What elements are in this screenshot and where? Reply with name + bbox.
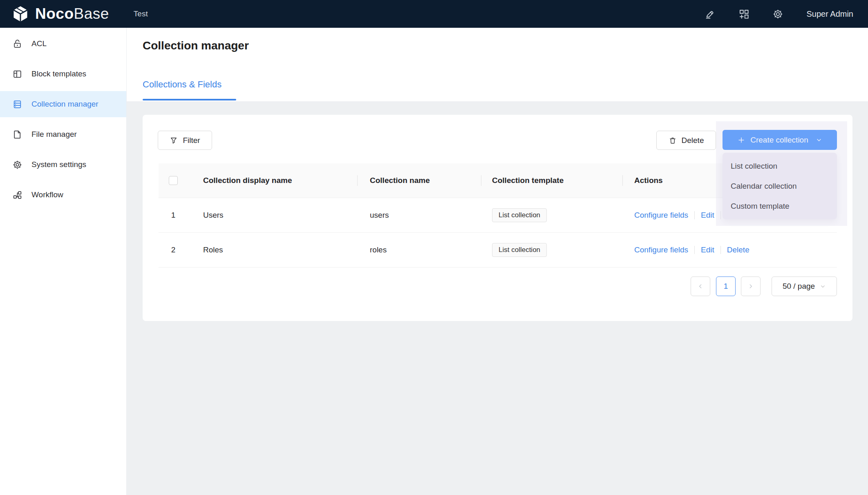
collection-table-icon	[12, 99, 22, 109]
table-row-roles: 2 Roles roles List collection Configure …	[159, 233, 837, 268]
sidebar-item-label: ACL	[31, 39, 47, 48]
configure-fields-link[interactable]: Configure fields	[634, 245, 688, 254]
cell-collection-name: roles	[358, 245, 481, 254]
chevron-left-icon	[697, 283, 704, 290]
sidebar-item-label: File manager	[31, 130, 77, 139]
ui-editor-pen-icon[interactable]	[705, 9, 716, 20]
sidebar-item-label: Block templates	[31, 69, 86, 78]
file-icon	[12, 129, 22, 140]
brand-logo[interactable]: NocoBase	[11, 5, 109, 23]
top-navbar: NocoBase Test Super Admin	[0, 0, 868, 28]
brand-text: NocoBase	[35, 5, 109, 22]
column-header-template: Collection template	[481, 176, 623, 185]
template-tag: List collection	[492, 243, 547, 257]
dropdown-item-custom-template[interactable]: Custom template	[723, 196, 837, 216]
sidebar-item-label: Collection manager	[31, 100, 98, 109]
edit-link[interactable]: Edit	[701, 245, 714, 254]
user-menu[interactable]: Super Admin	[806, 9, 853, 19]
filter-button[interactable]: Filter	[158, 131, 212, 150]
sidebar-item-block-templates[interactable]: Block templates	[0, 61, 126, 87]
filter-label: Filter	[183, 136, 200, 145]
sidebar-item-file-manager[interactable]: File manager	[0, 121, 126, 147]
page-size-select[interactable]: 50 / page	[772, 276, 837, 296]
nav-menu-item-test[interactable]: Test	[134, 9, 148, 18]
delete-link[interactable]: Delete	[727, 245, 749, 254]
row-index: 1	[159, 211, 188, 220]
sidebar-item-collection-manager[interactable]: Collection manager	[0, 91, 126, 117]
dropdown-item-calendar-collection[interactable]: Calendar collection	[723, 176, 837, 196]
cell-display-name: Users	[188, 211, 358, 220]
sidebar-item-system-settings[interactable]: System settings	[0, 152, 126, 178]
sidebar-item-label: System settings	[31, 160, 86, 169]
tab-collections-and-fields[interactable]: Collections & Fields	[143, 79, 221, 90]
column-separator	[622, 175, 623, 186]
settings-gear-icon[interactable]	[772, 9, 783, 20]
active-tab-underline	[143, 99, 236, 100]
chevron-down-icon	[820, 283, 826, 290]
create-collection-dropdown: List collection Calendar collection Cust…	[723, 153, 837, 219]
page-header: Collection manager Collections & Fields	[127, 28, 868, 101]
configure-fields-link[interactable]: Configure fields	[634, 211, 688, 220]
main-content: Collection manager Collections & Fields …	[127, 28, 868, 495]
page-size-value: 50 / page	[783, 282, 815, 291]
layout-icon	[12, 69, 22, 79]
gear-icon	[12, 160, 22, 170]
dropdown-item-list-collection[interactable]: List collection	[723, 156, 837, 176]
action-divider	[694, 211, 695, 219]
funnel-icon	[170, 136, 178, 145]
edit-link[interactable]: Edit	[701, 211, 714, 220]
template-tag: List collection	[492, 208, 547, 222]
select-all-checkbox[interactable]	[169, 176, 178, 185]
pagination-next-button[interactable]	[741, 276, 761, 296]
sidebar-item-acl[interactable]: ACL	[0, 31, 126, 57]
action-divider	[694, 246, 695, 254]
pagination-prev-button[interactable]	[691, 276, 710, 296]
trash-icon	[669, 136, 677, 145]
cell-collection-name: users	[358, 211, 481, 220]
column-header-display-name: Collection display name	[188, 176, 358, 185]
cell-display-name: Roles	[188, 245, 358, 254]
plugin-appstore-add-icon[interactable]	[738, 9, 749, 20]
row-index: 2	[159, 245, 188, 254]
page-title: Collection manager	[143, 39, 249, 52]
pagination-page-1[interactable]: 1	[716, 276, 736, 296]
workflow-icon	[12, 190, 22, 200]
sidebar-item-workflow[interactable]: Workflow	[0, 182, 126, 208]
nocobase-cube-icon	[11, 5, 29, 23]
chevron-right-icon	[747, 283, 754, 290]
sidebar: ACL Block templates Collection manager F…	[0, 28, 127, 495]
delete-label: Delete	[682, 136, 704, 145]
lock-icon	[12, 39, 22, 49]
action-divider	[720, 246, 721, 254]
navbar-right-group: Super Admin	[705, 9, 853, 20]
sidebar-item-label: Workflow	[31, 190, 63, 199]
delete-button[interactable]: Delete	[656, 131, 716, 150]
column-header-collection-name: Collection name	[358, 176, 481, 185]
